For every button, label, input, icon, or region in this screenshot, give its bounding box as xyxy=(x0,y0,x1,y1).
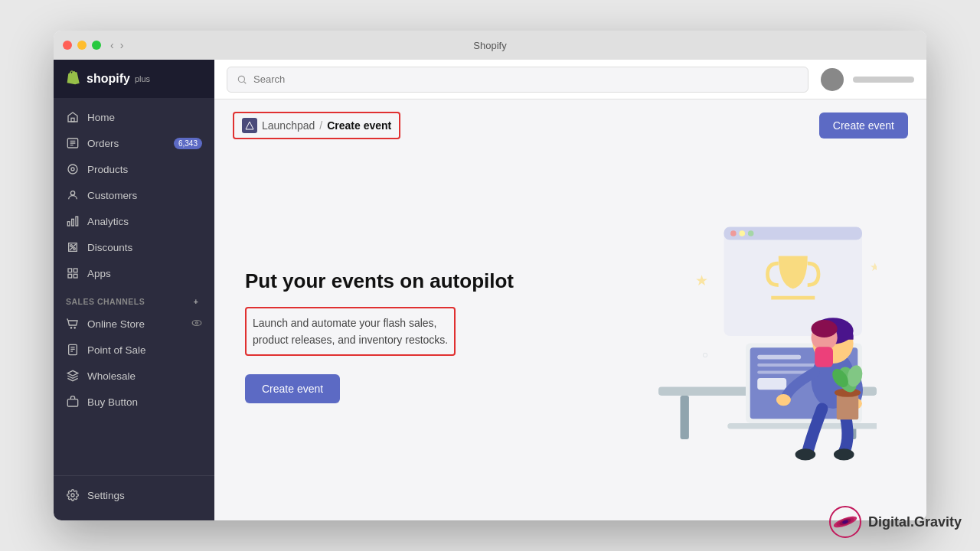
sidebar-item-home[interactable]: Home xyxy=(54,104,214,130)
sidebar-item-wholesale[interactable]: Wholesale xyxy=(54,363,214,389)
svg-point-50 xyxy=(795,448,816,460)
main-area: Launchpad / Create event Create event Pu… xyxy=(214,60,926,520)
traffic-lights xyxy=(63,41,101,50)
svg-text:★: ★ xyxy=(870,260,877,273)
sidebar-item-analytics[interactable]: Analytics xyxy=(54,208,214,234)
search-icon xyxy=(237,74,247,85)
close-button[interactable] xyxy=(63,41,72,50)
svg-rect-10 xyxy=(76,217,78,226)
svg-point-18 xyxy=(70,328,71,328)
orders-icon xyxy=(66,136,80,150)
search-input[interactable] xyxy=(253,73,799,85)
svg-point-12 xyxy=(74,248,76,250)
sidebar-item-label: Orders xyxy=(87,138,119,149)
brand-name: Digital.Gravity xyxy=(868,514,926,521)
create-event-button-main[interactable]: Create event xyxy=(245,374,340,403)
store-icon xyxy=(66,317,80,331)
svg-rect-0 xyxy=(71,118,74,122)
orders-badge: 6,343 xyxy=(174,138,202,149)
svg-rect-8 xyxy=(67,222,70,226)
description-text: Launch and automate your flash sales,pro… xyxy=(253,317,448,346)
svg-rect-17 xyxy=(74,274,77,278)
eye-icon[interactable] xyxy=(191,318,202,331)
svg-text:○: ○ xyxy=(702,349,708,360)
page-headline: Put your events on autopilot xyxy=(245,269,536,295)
title-bar: ‹ › Shopify xyxy=(54,31,926,60)
sidebar-item-label: Products xyxy=(87,164,128,175)
illustration: ★ ★ ○ xyxy=(586,206,877,466)
sidebar-item-label: Point of Sale xyxy=(87,344,146,356)
brand-logo-icon xyxy=(828,505,862,520)
sidebar-item-point-of-sale[interactable]: Point of Sale xyxy=(54,337,214,363)
svg-rect-40 xyxy=(757,355,801,360)
content-body: Put your events on autopilot Launch and … xyxy=(214,152,926,520)
mac-window: ‹ › Shopify shopifyplus xyxy=(54,31,926,520)
settings-label: Settings xyxy=(87,490,125,501)
breadcrumb: Launchpad / Create event xyxy=(233,112,400,139)
sidebar: shopifyplus Home Orders 6,343 xyxy=(54,60,214,520)
back-arrow[interactable]: ‹ xyxy=(110,39,114,51)
svg-point-32 xyxy=(730,230,737,236)
sidebar-item-buy-button[interactable]: Buy Button xyxy=(54,389,214,415)
svg-rect-15 xyxy=(74,269,77,272)
svg-rect-9 xyxy=(72,219,74,226)
minimize-button[interactable] xyxy=(77,41,87,50)
svg-point-58 xyxy=(812,320,838,337)
breadcrumb-parent[interactable]: Launchpad xyxy=(262,119,315,132)
create-event-button-header[interactable]: Create event xyxy=(819,112,908,139)
maximize-button[interactable] xyxy=(92,41,101,50)
app-layout: shopifyplus Home Orders 6,343 xyxy=(54,60,926,520)
sidebar-item-orders[interactable]: Orders 6,343 xyxy=(54,130,214,156)
svg-text:★: ★ xyxy=(695,272,708,289)
svg-point-7 xyxy=(70,191,74,195)
launchpad-icon xyxy=(242,118,257,133)
svg-point-33 xyxy=(739,230,745,236)
sidebar-item-discounts[interactable]: Discounts xyxy=(54,234,214,260)
pos-icon xyxy=(66,343,80,357)
svg-point-21 xyxy=(196,321,198,324)
search-bar[interactable] xyxy=(227,67,808,93)
sidebar-item-customers[interactable]: Customers xyxy=(54,182,214,208)
nav-arrows: ‹ › xyxy=(110,39,123,51)
sidebar-item-label: Home xyxy=(87,112,115,123)
discounts-icon xyxy=(66,240,80,254)
wholesale-icon xyxy=(66,369,80,383)
svg-point-20 xyxy=(192,320,201,325)
svg-point-27 xyxy=(71,494,74,497)
sidebar-item-settings[interactable]: Settings xyxy=(54,482,214,508)
add-channel-icon[interactable]: + xyxy=(190,295,202,308)
sidebar-header: shopifyplus xyxy=(54,60,214,98)
sidebar-bottom: Settings xyxy=(54,475,214,520)
home-icon xyxy=(66,110,80,124)
window-title: Shopify xyxy=(473,40,506,51)
svg-rect-14 xyxy=(68,269,72,272)
content-header: Launchpad / Create event Create event xyxy=(214,99,926,152)
sidebar-item-label: Wholesale xyxy=(87,370,136,382)
sidebar-item-products[interactable]: Products xyxy=(54,156,214,182)
sidebar-item-label: Buy Button xyxy=(87,396,138,408)
svg-rect-59 xyxy=(815,347,833,367)
sidebar-nav: Home Orders 6,343 Products xyxy=(54,98,214,475)
svg-rect-43 xyxy=(757,378,786,390)
top-bar-right xyxy=(821,68,914,91)
svg-point-34 xyxy=(748,230,754,236)
user-name-placeholder xyxy=(853,77,914,83)
avatar xyxy=(821,68,844,91)
apps-icon xyxy=(66,266,80,280)
svg-rect-36 xyxy=(681,396,689,439)
svg-rect-44 xyxy=(727,423,877,429)
logo-plus: plus xyxy=(135,74,150,83)
svg-point-5 xyxy=(68,165,77,174)
svg-point-11 xyxy=(70,245,73,247)
settings-icon xyxy=(66,488,80,502)
footer-brand: Digital.Gravity xyxy=(828,505,926,520)
svg-rect-52 xyxy=(837,394,859,419)
sidebar-item-label: Online Store xyxy=(87,318,145,330)
page-description: Launch and automate your flash sales,pro… xyxy=(245,307,456,357)
svg-point-48 xyxy=(776,394,791,406)
sidebar-item-online-store[interactable]: Online Store xyxy=(54,311,214,337)
content-right: ★ ★ ○ xyxy=(567,206,896,466)
forward-arrow[interactable]: › xyxy=(120,39,124,51)
svg-line-29 xyxy=(244,81,247,83)
sidebar-item-apps[interactable]: Apps xyxy=(54,260,214,286)
